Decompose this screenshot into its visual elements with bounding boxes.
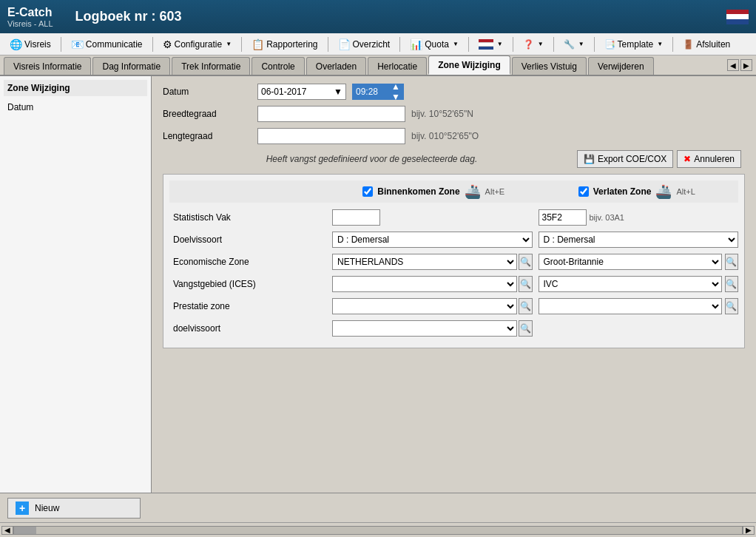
time-spinner-icons: ▲ ▼ xyxy=(391,81,400,102)
tab-herlocatie[interactable]: Herlocatie xyxy=(368,57,427,75)
vangstgebied-enter-select[interactable] xyxy=(332,276,517,292)
export-coe-button[interactable]: 💾 Export COE/COX xyxy=(577,150,673,168)
doelvissoort-enter-select[interactable]: D : Demersal xyxy=(332,232,533,248)
title-bar: E-Catch Visreis - ALL Logboek nr : 603 xyxy=(0,0,756,33)
new-label: Nieuw xyxy=(35,503,59,513)
ship-leave-icon: 🚢 xyxy=(655,183,672,200)
datum-input[interactable]: 06-01-2017 ▼ xyxy=(257,84,346,100)
menu-help[interactable]: ❓ ▼ xyxy=(517,37,550,52)
zone-enter-header: Binnenkomen Zone 🚢 Alt+E xyxy=(332,183,536,200)
doc-icon: 📄 xyxy=(338,38,351,50)
tab-controle[interactable]: Controle xyxy=(252,57,304,75)
menu-flag[interactable]: ▼ xyxy=(473,37,509,52)
verlaten-checkbox[interactable] xyxy=(578,186,589,197)
economische-leave-select[interactable]: Groot-Britannie xyxy=(539,254,722,270)
template-icon: 📑 xyxy=(604,39,615,50)
verlaten-label: Verlaten Zone xyxy=(593,186,652,197)
dropdown-arrow-icon: ▼ xyxy=(334,87,342,97)
economische-leave-search[interactable]: 🔍 xyxy=(725,254,738,270)
report-icon: 📋 xyxy=(252,38,264,50)
tab-nav-right[interactable]: ▶ xyxy=(740,59,752,71)
menu-sep-4 xyxy=(328,37,328,52)
annuleren-button[interactable]: ✖ Annuleren xyxy=(677,150,741,168)
scrollbar-thumb[interactable] xyxy=(14,527,36,534)
gear-icon: ⚙ xyxy=(163,38,172,50)
message-line: Heeft vangst gedefinieerd voor de gesele… xyxy=(163,150,745,168)
menu-quota[interactable]: 📊 Quota ▼ xyxy=(404,36,465,53)
zone-row-doelvissoort: Doelvissoort D : Demersal D : Demersal xyxy=(169,231,738,249)
content-area: Datum 06-01-2017 ▼ 09:28 ▲ ▼ Breedtegraa… xyxy=(152,76,756,493)
flag-arrow-icon: ▼ xyxy=(497,41,503,47)
economische-enter-select[interactable]: NETHERLANDS xyxy=(332,254,517,270)
sidebar-title: Zone Wijziging xyxy=(4,80,147,96)
menu-visreis[interactable]: 🌐 Visreis xyxy=(4,36,57,53)
menu-configuratie[interactable]: ⚙ Configuratie ▼ xyxy=(157,36,238,53)
prestatie-enter-select[interactable] xyxy=(332,298,517,314)
scroll-left-btn[interactable]: ◀ xyxy=(1,526,13,535)
new-button[interactable]: + Nieuw xyxy=(7,498,141,519)
zone-row-doelvissoort2: doelvissoort 🔍 xyxy=(169,320,738,337)
doelvissoort2-enter-select[interactable] xyxy=(332,320,517,337)
statistisch-leave-input[interactable] xyxy=(539,209,587,226)
tab-visreis-informatie[interactable]: Visreis Informatie xyxy=(4,57,91,75)
tab-zone-wijziging[interactable]: Zone Wijziging xyxy=(428,55,510,75)
menu-sep-2 xyxy=(152,37,153,52)
tab-nav-left[interactable]: ◀ xyxy=(727,59,739,71)
menu-template[interactable]: 📑 Template ▼ xyxy=(598,37,669,52)
enter-shortcut: Alt+E xyxy=(485,187,505,196)
app-title: E-Catch xyxy=(7,6,53,19)
tab-dag-informatie[interactable]: Dag Informatie xyxy=(92,57,170,75)
configuratie-arrow-icon: ▼ xyxy=(226,41,232,47)
cancel-icon: ✖ xyxy=(684,154,691,164)
menu-sep-5 xyxy=(399,37,400,52)
breedtegraad-row: Breedtegraad bijv. 10°52'65"N xyxy=(163,106,745,122)
exit-icon: 🚪 xyxy=(683,39,694,50)
lengtegraad-row: Lengtegraad bijv. 010°52'65"O xyxy=(163,128,745,144)
doelvissoort2-enter-search[interactable]: 🔍 xyxy=(519,320,533,337)
menu-tools[interactable]: 🔧 ▼ xyxy=(558,37,590,52)
scroll-right-btn[interactable]: ▶ xyxy=(743,526,755,535)
leave-shortcut: Alt+L xyxy=(676,187,695,196)
tab-verlies-vistuig[interactable]: Verlies Vistuig xyxy=(512,57,587,75)
economische-label: Economische Zone xyxy=(169,257,332,267)
zone-row-vangstgebied: Vangstgebied (ICES) 🔍 IVC 🔍 xyxy=(169,275,738,293)
time-input[interactable]: 09:28 ▲ ▼ xyxy=(352,84,404,100)
statistisch-enter-input[interactable] xyxy=(332,209,380,226)
zone-row-prestatie: Prestatie zone 🔍 🔍 xyxy=(169,297,738,315)
message-text: Heeft vangst gedefinieerd voor de gesele… xyxy=(166,154,577,164)
tab-overladen[interactable]: Overladen xyxy=(306,57,366,75)
wrench-icon: 🔧 xyxy=(564,39,575,50)
statistisch-leave-hint: bijv. 03A1 xyxy=(590,213,625,222)
breedtegraad-input[interactable] xyxy=(257,106,405,122)
menu-sep-10 xyxy=(672,37,673,52)
menu-communicatie[interactable]: 📧 Communicatie xyxy=(65,36,149,53)
breedtegraad-hint: bijv. 10°52'65"N xyxy=(411,109,473,119)
lengtegraad-input[interactable] xyxy=(257,128,405,144)
vangstgebied-leave-select[interactable]: IVC xyxy=(539,276,722,292)
tab-trek-informatie[interactable]: Trek Informatie xyxy=(172,57,250,75)
quota-arrow-icon: ▼ xyxy=(453,41,459,47)
plus-icon: + xyxy=(16,501,29,515)
tab-bar: Visreis Informatie Dag Informatie Trek I… xyxy=(0,55,756,76)
menu-sep-9 xyxy=(594,37,595,52)
help-arrow-icon: ▼ xyxy=(538,41,544,47)
vangstgebied-label: Vangstgebied (ICES) xyxy=(169,279,332,289)
prestatie-leave-search[interactable]: 🔍 xyxy=(725,298,738,314)
chart-icon: 📊 xyxy=(410,38,422,50)
menu-overzicht[interactable]: 📄 Overzicht xyxy=(332,36,396,53)
sidebar-item-datum[interactable]: Datum xyxy=(4,100,147,115)
vangstgebied-enter-search[interactable]: 🔍 xyxy=(519,276,533,292)
prestatie-enter-search[interactable]: 🔍 xyxy=(519,298,533,314)
doelvissoort-leave-select[interactable]: D : Demersal xyxy=(539,232,739,248)
app-subtitle: Visreis - ALL xyxy=(7,19,53,28)
menu-sep-6 xyxy=(468,37,469,52)
prestatie-leave-select[interactable] xyxy=(539,298,722,314)
binnenkomen-checkbox[interactable] xyxy=(362,186,373,197)
prestatie-label: Prestatie zone xyxy=(169,301,332,311)
menu-afsluiten[interactable]: 🚪 Afsluiten xyxy=(677,37,736,52)
tab-verwijderen[interactable]: Verwijderen xyxy=(588,57,654,75)
vangstgebied-leave-search[interactable]: 🔍 xyxy=(725,276,738,292)
scrollbar-track[interactable] xyxy=(13,526,743,535)
menu-rapportering[interactable]: 📋 Rapportering xyxy=(246,36,323,53)
economische-enter-search[interactable]: 🔍 xyxy=(519,254,533,270)
